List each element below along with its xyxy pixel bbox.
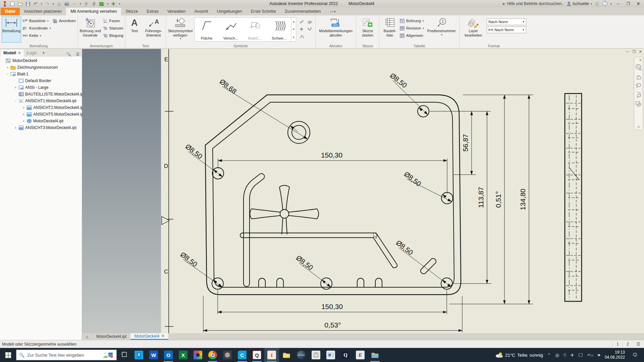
add-command-icon[interactable]: ✚ (111, 1, 116, 6)
ilogic-trigger-icon[interactable] (91, 1, 97, 6)
start-button[interactable] (0, 348, 16, 362)
doc-minimize-icon[interactable]: ─ (626, 50, 629, 54)
gallery-scrollbar[interactable]: ▲ ▼ ⇟ (291, 18, 296, 41)
tree-item-blatt1[interactable]: − Blatt:1 (0, 71, 82, 77)
group-label-symbole[interactable]: Symbole (166, 44, 315, 48)
app-doc-viewer[interactable] (323, 348, 338, 362)
app-eagle[interactable]: E (353, 348, 368, 362)
home-tab-icon[interactable]: ⌂ (82, 333, 92, 340)
group-label-anmerkungen[interactable]: Anmerkungen (78, 44, 125, 48)
fasen-button[interactable]: Fasen (103, 18, 123, 24)
user-dropdown-icon[interactable]: ▾ (591, 2, 592, 5)
app-word[interactable]: W (146, 348, 161, 362)
doc-restore-icon[interactable]: ❐ (632, 50, 636, 54)
navigation-bar[interactable]: ⊗ 2D ± ⊖ (634, 57, 643, 130)
undo-dropdown-icon[interactable]: ▾ (41, 2, 42, 5)
steering-wheel-2d-icon[interactable]: 2D (635, 64, 642, 71)
group-label-bemassung[interactable]: Bemaßung (0, 44, 77, 48)
help-dropdown-icon[interactable]: ▾ (610, 2, 612, 5)
zoom-all-icon[interactable] (636, 92, 642, 98)
app-outlook[interactable]: O (161, 348, 176, 362)
tab-datei[interactable]: Datei (1, 8, 20, 15)
kette-button[interactable]: Kette▾ (22, 33, 51, 39)
positionsnummer-button[interactable]: 1 Positionsnummer ▾ (425, 16, 458, 43)
centerline-bisector-icon[interactable] (306, 25, 314, 33)
doc-close-icon[interactable]: ✕ (639, 50, 642, 54)
app-3d-printer[interactable] (309, 348, 323, 362)
gallery-down-icon[interactable]: ▼ (292, 28, 295, 31)
app-your-phone[interactable] (131, 348, 146, 362)
tree-item-ansi-large[interactable]: + ANSI - Large (0, 84, 82, 91)
expander-icon[interactable]: − (6, 72, 9, 76)
modellanmerkungen-button[interactable]: Modellanmerkungen abrufen (317, 16, 354, 43)
tree-item-zeichnungsressourcen[interactable]: + Zeichnungsressourcen (0, 64, 82, 71)
minimize-button[interactable]: ─ (614, 1, 622, 6)
tab-ansichten-platzieren[interactable]: Ansichten platzieren (20, 8, 66, 15)
centermark-icon[interactable] (298, 25, 306, 33)
browser-tab-ilogic[interactable]: iLogic (24, 50, 40, 57)
browser-search-icon[interactable]: 🔍 (64, 52, 73, 57)
koordinate-button[interactable]: Koordinate▾ (22, 25, 51, 31)
hatch-icon[interactable] (306, 18, 314, 25)
doc-tab-drawing[interactable]: MotorDeckel4 ✕ (130, 333, 168, 340)
tree-item-default-border[interactable]: Default Border (0, 77, 82, 84)
tree-item-bauteilliste[interactable]: BAUTEILLISTE:MotorDeckel4.ipt (0, 91, 82, 98)
save-icon[interactable] (25, 1, 31, 6)
notification-center-icon[interactable]: 🗨 (629, 352, 641, 358)
expander-icon[interactable]: + (22, 113, 25, 116)
app-folder-2[interactable] (368, 348, 382, 362)
help-icon[interactable]: ? (602, 1, 607, 7)
tree-item-motordeckel-ipt[interactable]: + MotorDeckel4.ipt (0, 118, 82, 124)
sheet-number-1[interactable]: 1 (612, 342, 623, 347)
biegung-button[interactable]: Biegung (103, 33, 123, 39)
qat-customize-icon[interactable]: ▾ (119, 2, 120, 5)
app-q2022[interactable]: Q (250, 348, 264, 362)
statusbar-menu-icon[interactable]: ☰ (633, 342, 644, 347)
tree-item-ansicht5[interactable]: + ANSICHT5:MotorDeckel4.ipt (0, 111, 82, 118)
sheet-number-2[interactable]: 2 (623, 342, 633, 347)
group-label-tabelle[interactable]: Tabelle (379, 44, 459, 48)
stanzen-button[interactable]: Stanzen (103, 25, 123, 31)
doc-tab-ipt[interactable]: MotorDeckel4.ipt (92, 333, 130, 340)
skizze-starten-button[interactable]: Skizze starten (358, 16, 377, 43)
app-excel[interactable]: X (176, 348, 191, 362)
doc-tab-close-icon[interactable]: ✕ (161, 334, 164, 338)
help-search-arrow-icon[interactable]: ▶ (503, 2, 505, 5)
app-cura[interactable]: C (235, 348, 250, 362)
browser-tab-add-icon[interactable]: + (40, 50, 47, 57)
cart-icon[interactable]: 🛒 (595, 1, 600, 6)
gallery-expand-icon[interactable]: ⇟ (292, 36, 295, 39)
print-icon[interactable] (64, 1, 69, 6)
drawing-canvas[interactable]: E D C (82, 49, 644, 333)
gallery-flaeche[interactable]: Fläche (195, 18, 219, 41)
anordnen-button[interactable]: Anordnen (52, 18, 76, 24)
leader-text-button[interactable]: A Führungs- linientext (143, 16, 164, 43)
weather-widget[interactable]: 21°C Teilw. sonnig (495, 352, 543, 358)
layer-bearbeiten-button[interactable]: Layer bearbeiten (461, 16, 485, 43)
tab-extras[interactable]: Extras (142, 8, 163, 15)
expander-icon[interactable]: + (14, 126, 17, 130)
revision-button[interactable]: Revision▾ (400, 25, 424, 31)
kette-dropdown-icon[interactable]: ▾ (40, 34, 41, 37)
app-chrome[interactable] (205, 348, 220, 362)
taskbar-search-box[interactable]: 🔍 Zur Suche Text hier eingeben (16, 350, 117, 360)
material-icon[interactable] (99, 1, 104, 6)
bohrung-tabelle-button[interactable]: Bohrung▾ (400, 18, 424, 24)
pan-hand-icon[interactable] (636, 74, 642, 80)
navbar-options-icon[interactable]: ⊖ (637, 125, 640, 129)
bohrung-dropdown-icon[interactable]: ▾ (423, 19, 424, 22)
tab-skizze[interactable]: Skizze (121, 8, 142, 15)
open-icon[interactable] (17, 1, 23, 6)
expander-icon[interactable]: − (14, 99, 17, 103)
tray-chevron-icon[interactable]: ⌃ (547, 353, 551, 358)
app-3d-viewer[interactable] (220, 348, 235, 362)
redo-dropdown-icon[interactable]: ▾ (53, 2, 54, 5)
tray-airplane-icon[interactable]: ✈ (571, 353, 574, 358)
help-search-box[interactable]: ▶ Hilfe und Befehle durchsuchen.. (503, 1, 564, 6)
zoom-icon[interactable]: ± (636, 83, 642, 89)
browser-tab-close-icon[interactable]: ✕ (18, 51, 21, 55)
close-button[interactable]: ✕ (635, 1, 642, 6)
group-label-text[interactable]: Text (125, 44, 166, 48)
bauteilliste-button[interactable]: Bauteil- liste (381, 16, 398, 43)
ribbon-display-options-icon[interactable]: ▭ ▾ (330, 10, 335, 15)
